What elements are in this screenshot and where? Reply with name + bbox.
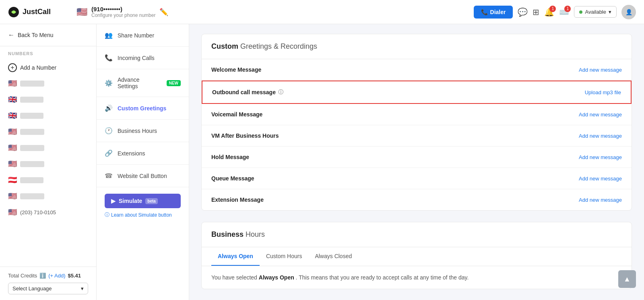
list-item[interactable]: 🇺🇸 (203) 710-0105 [8, 204, 88, 220]
status-selector[interactable]: Available ▾ [574, 6, 617, 18]
phone-flag: 🇺🇸 [76, 7, 87, 17]
title-bold: Custom [211, 42, 238, 50]
flag-icon: 🇺🇸 [8, 127, 17, 136]
top-navbar: JustCall 🇺🇸 (910••••••••) Configure your… [0, 0, 644, 24]
credits-amount: $5.41 [68, 273, 81, 279]
language-chevron-icon: ▾ [81, 286, 84, 292]
title-rest: Greetings & Recordings [240, 42, 317, 50]
edit-icon[interactable]: ✏️ [159, 8, 168, 17]
number-text: (56••••••••) [20, 145, 44, 151]
business-hours-icon: 🕐 [105, 127, 113, 134]
dialer-phone-icon: 📞 [481, 9, 488, 15]
sidebar-item-share-number[interactable]: 👥 Share Number [97, 24, 189, 47]
flag-icon: 🇺🇸 [8, 143, 17, 152]
dialer-label: Dialer [490, 9, 506, 15]
scroll-to-top-button[interactable]: ▲ [618, 270, 636, 288]
tab-custom-hours[interactable]: Custom Hours [260, 247, 308, 266]
hold-message-label: Hold Message [211, 154, 249, 160]
sidebar-item-advance-settings[interactable]: ⚙️ Advance Settings NEW [97, 69, 189, 97]
phone-info: 🇺🇸 (910••••••••) Configure your phone nu… [76, 6, 474, 18]
hold-message-action[interactable]: Add new message [579, 154, 622, 160]
logo: JustCall [8, 6, 64, 18]
notification-badge: 1 [549, 6, 556, 12]
incoming-calls-label: Incoming Calls [118, 55, 155, 61]
notification-bell-button[interactable]: 🔔 1 [544, 7, 554, 17]
business-hours-label: Business Hours [118, 128, 157, 134]
status-dot [579, 10, 582, 14]
extensions-icon: 🔗 [105, 149, 113, 157]
list-item[interactable]: 🇺🇸 (83••••••••) [8, 156, 88, 172]
keyboard-icon-button[interactable]: ⌨️ 1 [559, 7, 569, 17]
learn-simulate-link[interactable]: ⓘ Learn about Simulate button [97, 211, 189, 218]
list-item[interactable]: 🇺🇸 (93••••••••) [8, 75, 88, 91]
welcome-message-action[interactable]: Add new message [579, 67, 622, 73]
share-number-icon: 👥 [105, 31, 113, 39]
extension-message-action[interactable]: Add new message [579, 197, 622, 203]
sidebar-item-incoming-calls[interactable]: 📞 Incoming Calls [97, 47, 189, 69]
custom-greetings-label: Custom Greetings [118, 105, 166, 112]
chevron-up-icon: ▲ [623, 275, 631, 283]
queue-message-action[interactable]: Add new message [579, 176, 622, 182]
sidebar-item-custom-greetings[interactable]: 🔊 Custom Greetings [97, 97, 189, 120]
sidebar-item-business-hours[interactable]: 🕐 Business Hours [97, 120, 189, 142]
list-item[interactable]: 🇺🇸 (51••••••••) [8, 124, 88, 140]
simulate-button[interactable]: ▶ Simulate beta [105, 194, 181, 208]
dialer-button[interactable]: 📞 Dialer [474, 6, 513, 19]
bh-title-bold: Business [211, 230, 244, 238]
back-to-menu-button[interactable]: ← Back To Menu [0, 24, 96, 46]
user-avatar[interactable]: 👤 [621, 5, 636, 19]
welcome-message-label: Welcome Message [211, 66, 261, 73]
incoming-calls-icon: 📞 [105, 54, 113, 62]
tab-always-open[interactable]: Always Open [211, 247, 260, 266]
business-hours-content: You have selected Always Open . This mea… [202, 266, 632, 289]
bh-title-rest: Hours [246, 230, 265, 238]
left-sidebar-bottom: Total Credits ℹ️ (+ Add) $5.41 Select La… [0, 267, 96, 300]
sidebar-item-website-call-button[interactable]: ☎ Website Call Button [97, 165, 189, 187]
add-credits-link[interactable]: (+ Add) [48, 273, 65, 279]
number-text: (83••••••••) [20, 161, 44, 167]
number-text: (20••••••••) [20, 193, 44, 199]
outbound-info-icon[interactable]: ⓘ [278, 89, 283, 96]
website-call-label: Website Call Button [118, 173, 167, 179]
list-item[interactable]: 🇬🇧 +44•••••••• [8, 108, 88, 124]
advance-settings-icon: ⚙️ [105, 79, 113, 87]
list-item[interactable]: 🇺🇸 (20••••••••) [8, 188, 88, 204]
add-number-button[interactable]: + Add a Number [8, 60, 88, 75]
grid-icon-button[interactable]: ⊞ [533, 7, 539, 17]
phone-subtitle: Configure your phone number [91, 12, 155, 18]
numbers-section-label: NUMBERS [8, 51, 88, 56]
outbound-call-message-action[interactable]: Upload mp3 file [585, 89, 621, 95]
back-arrow-icon: ← [8, 31, 14, 39]
flag-icon: 🇬🇧 [8, 111, 17, 120]
voicemail-message-row: Voicemail Message Add new message [202, 104, 632, 125]
list-item[interactable]: 🇦🇹 436•••••••• [8, 172, 88, 188]
sidebar-item-extensions[interactable]: 🔗 Extensions [97, 142, 189, 165]
extension-message-row: Extension Message Add new message [202, 189, 632, 210]
flag-icon: 🇺🇸 [8, 159, 17, 168]
mid-sidebar: 👥 Share Number 📞 Incoming Calls ⚙️ Advan… [97, 24, 189, 300]
logo-text: JustCall [23, 8, 51, 16]
keyboard-badge: 1 [564, 6, 571, 12]
chat-icon-button[interactable]: 💬 [518, 7, 528, 17]
credits-row: Total Credits ℹ️ (+ Add) $5.41 [8, 273, 88, 279]
left-sidebar: ← Back To Menu NUMBERS + Add a Number 🇺🇸… [0, 24, 97, 300]
language-selector[interactable]: Select Language ▾ [8, 283, 88, 294]
list-item[interactable]: 🇺🇸 (56••••••••) [8, 140, 88, 156]
info-circle-icon: ⓘ [105, 211, 109, 218]
website-call-icon: ☎ [105, 172, 113, 180]
list-item[interactable]: 🇬🇧 +44•••••••• [8, 91, 88, 108]
vm-after-business-hours-row: VM After Business Hours Add new message [202, 125, 632, 147]
language-label: Select Language [12, 286, 52, 292]
business-hours-title: Business Hours [202, 222, 632, 247]
vm-after-bh-action[interactable]: Add new message [579, 133, 622, 139]
bh-text-pre: You have selected [211, 274, 259, 281]
simulate-label: Simulate [119, 198, 142, 204]
info-icon: ℹ️ [39, 273, 46, 279]
avatar-icon: 👤 [625, 9, 632, 15]
back-to-menu-label: Back To Menu [18, 32, 53, 38]
flag-icon: 🇬🇧 [8, 95, 17, 104]
welcome-message-row: Welcome Message Add new message [202, 59, 632, 81]
voicemail-message-action[interactable]: Add new message [579, 112, 622, 118]
add-number-icon: + [8, 63, 17, 72]
tab-always-closed[interactable]: Always Closed [308, 247, 358, 266]
